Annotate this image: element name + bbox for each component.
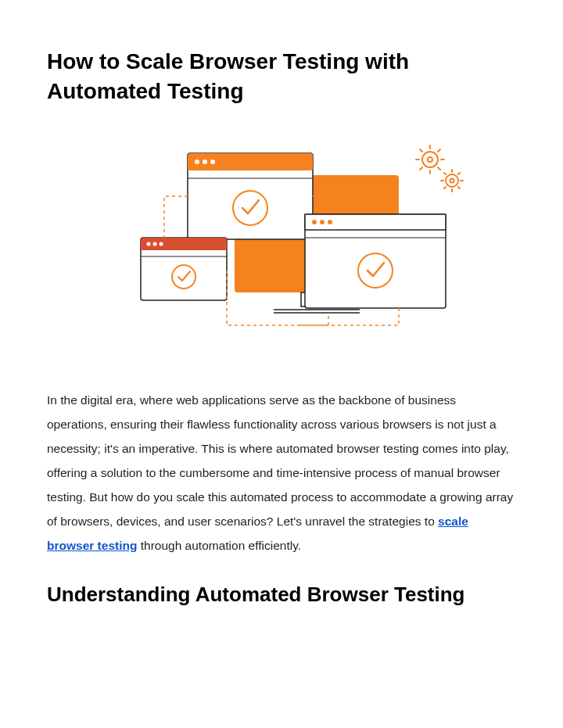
svg-point-6: [195, 160, 199, 164]
svg-line-32: [438, 167, 440, 170]
svg-point-13: [147, 242, 151, 246]
browser-window-2: [141, 238, 227, 300]
svg-point-35: [446, 174, 458, 187]
browser-window-3: [305, 214, 446, 308]
svg-point-26: [428, 157, 432, 162]
svg-line-42: [458, 187, 460, 188]
intro-paragraph: In the digital era, where web applicatio…: [47, 388, 516, 558]
svg-line-43: [458, 173, 460, 174]
svg-line-44: [444, 187, 446, 188]
page-title: How to Scale Browser Testing with Automa…: [47, 47, 516, 106]
svg-point-22: [328, 220, 332, 224]
svg-point-15: [160, 242, 163, 246]
browser-window-1: [188, 153, 313, 239]
svg-point-20: [312, 220, 317, 224]
svg-point-14: [153, 242, 157, 246]
svg-point-7: [203, 160, 207, 164]
svg-point-8: [210, 160, 215, 164]
svg-line-31: [420, 149, 422, 152]
svg-point-25: [422, 152, 438, 167]
svg-line-34: [420, 167, 422, 170]
gear-icon: [416, 145, 444, 174]
browser-testing-illustration: [47, 138, 516, 357]
paragraph-text-pre: In the digital era, where web applicatio…: [47, 393, 513, 528]
svg-rect-19: [305, 214, 446, 230]
section-heading: Understanding Automated Browser Testing: [47, 581, 516, 608]
gear-icon: [441, 170, 463, 192]
svg-line-41: [444, 173, 446, 174]
svg-line-33: [438, 149, 440, 152]
svg-point-36: [450, 178, 454, 182]
svg-point-21: [320, 220, 325, 224]
paragraph-text-post: through automation efficiently.: [137, 539, 301, 552]
